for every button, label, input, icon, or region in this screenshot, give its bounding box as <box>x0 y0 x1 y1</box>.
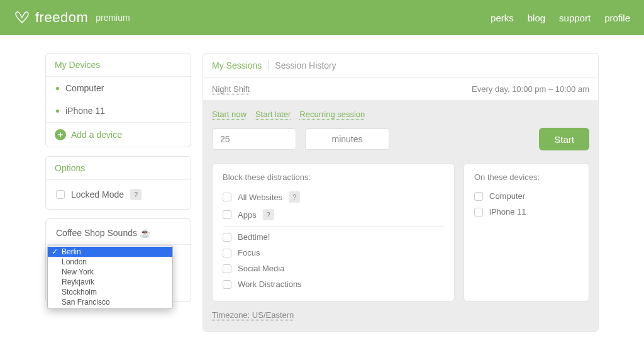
tab-my-sessions[interactable]: My Sessions <box>212 60 262 70</box>
recurring-tab[interactable]: Recurring session <box>299 110 365 119</box>
app-header: freedom premium perks blog support profi… <box>0 0 644 35</box>
divider <box>223 226 444 227</box>
block-social-checkbox[interactable] <box>223 264 231 273</box>
main-container: My Devices Computer iPhone 11 + Add a de… <box>45 35 599 332</box>
device-item[interactable]: iPhone 11 <box>46 99 191 122</box>
block-row-work: Work Distractions <box>223 276 444 292</box>
duration-unit-label: minutes <box>331 134 362 144</box>
block-all-checkbox[interactable] <box>223 193 231 201</box>
options-body: Locked Mode ? <box>46 180 191 209</box>
panel-tabs: Start now Start later Recurring session <box>212 110 589 119</box>
block-focus-label: Focus <box>238 248 260 257</box>
duration-unit-select[interactable]: minutes <box>305 128 389 150</box>
tab-session-history[interactable]: Session History <box>275 60 336 70</box>
device-name: Computer <box>65 83 104 93</box>
status-dot-icon <box>56 87 59 90</box>
add-device-label: Add a device <box>71 130 122 140</box>
devices-box: On these devices: Computer iPhone 11 <box>464 163 589 301</box>
device-iphone-checkbox[interactable] <box>474 208 483 217</box>
device-row: iPhone 11 <box>474 204 579 220</box>
sound-option-berlin[interactable]: Berlin <box>48 247 172 257</box>
block-box: Block these distractions: All Websites ?… <box>212 163 455 301</box>
block-apps-checkbox[interactable] <box>223 210 231 219</box>
help-icon[interactable]: ? <box>130 189 142 200</box>
panel-grid: Block these distractions: All Websites ?… <box>212 163 589 301</box>
start-button[interactable]: Start <box>539 128 589 150</box>
session-row: Night Shift Every day, 10:00 pm – 10:00 … <box>203 78 598 101</box>
block-bedtime-label: Bedtime! <box>238 232 270 242</box>
session-schedule: Every day, 10:00 pm – 10:00 am <box>472 84 589 94</box>
device-computer-checkbox[interactable] <box>474 192 483 201</box>
right-column: My Sessions Session History Night Shift … <box>203 53 599 332</box>
options-header: Options <box>46 157 191 180</box>
block-all-label: All Websites <box>238 193 282 202</box>
tab-divider <box>268 60 269 71</box>
device-name: iPhone 11 <box>65 106 105 116</box>
device-item[interactable]: Computer <box>46 77 191 99</box>
sound-option-london[interactable]: London <box>48 257 172 267</box>
sound-option-sanfrancisco[interactable]: San Francisco <box>48 297 172 307</box>
sessions-card: My Sessions Session History Night Shift … <box>203 53 599 332</box>
nav-blog[interactable]: blog <box>528 13 545 23</box>
locked-mode-label: Locked Mode <box>71 189 124 200</box>
plus-icon: + <box>55 129 66 140</box>
nav-profile[interactable]: profile <box>604 13 630 23</box>
block-social-label: Social Media <box>238 264 284 273</box>
sound-option-reykjavik[interactable]: Reykjavík <box>48 277 172 287</box>
block-row-apps: Apps ? <box>223 206 444 223</box>
top-nav: perks blog support profile <box>491 13 630 23</box>
sounds-select-dropdown[interactable]: Berlin London New York Reykjavík Stockho… <box>47 245 173 309</box>
help-icon[interactable]: ? <box>289 191 300 203</box>
duration-input[interactable] <box>212 128 296 150</box>
device-computer-label: Computer <box>489 191 525 201</box>
sounds-body: Berlin London New York Reykjavík Stockho… <box>46 245 191 301</box>
sound-option-stockholm[interactable]: Stockholm <box>48 287 172 297</box>
device-list: Computer iPhone 11 <box>46 77 191 122</box>
session-tabs: My Sessions Session History <box>203 54 598 78</box>
devices-title: On these devices: <box>474 172 579 182</box>
timezone-link[interactable]: Timezone: US/Eastern <box>212 310 589 320</box>
start-later-tab[interactable]: Start later <box>255 110 291 119</box>
nav-perks[interactable]: perks <box>491 13 514 23</box>
block-focus-checkbox[interactable] <box>223 249 231 257</box>
help-icon[interactable]: ? <box>263 209 274 220</box>
left-column: My Devices Computer iPhone 11 + Add a de… <box>45 53 191 332</box>
sound-option-newyork[interactable]: New York <box>48 267 172 277</box>
block-title: Block these distractions: <box>223 172 444 182</box>
brand-name: freedom <box>35 9 88 26</box>
session-name[interactable]: Night Shift <box>212 84 250 94</box>
block-row-focus: Focus <box>223 245 444 261</box>
block-row-social: Social Media <box>223 261 444 276</box>
add-device-button[interactable]: + Add a device <box>46 122 191 147</box>
butterfly-icon <box>14 11 30 25</box>
block-row-all: All Websites ? <box>223 188 444 206</box>
device-iphone-label: iPhone 11 <box>489 207 526 217</box>
block-apps-label: Apps <box>238 210 257 220</box>
start-row: minutes Start <box>212 128 589 150</box>
block-work-label: Work Distractions <box>238 279 302 289</box>
block-row-bedtime: Bedtime! <box>223 229 444 245</box>
brand-plan: premium <box>96 13 130 23</box>
devices-header: My Devices <box>46 54 191 77</box>
status-dot-icon <box>56 110 59 113</box>
block-bedtime-checkbox[interactable] <box>223 233 231 242</box>
brand: freedom premium <box>14 9 130 26</box>
sounds-card: Coffee Shop Sounds ☕️ Berlin London New … <box>45 218 191 302</box>
session-panel: Start now Start later Recurring session … <box>203 101 598 331</box>
options-card: Options Locked Mode ? <box>45 156 191 210</box>
locked-mode-checkbox[interactable] <box>56 190 65 199</box>
devices-card: My Devices Computer iPhone 11 + Add a de… <box>45 53 191 147</box>
block-work-checkbox[interactable] <box>223 280 231 289</box>
sounds-header: Coffee Shop Sounds ☕️ <box>46 219 191 245</box>
start-now-tab[interactable]: Start now <box>212 110 247 119</box>
nav-support[interactable]: support <box>559 13 591 23</box>
device-row: Computer <box>474 188 579 204</box>
